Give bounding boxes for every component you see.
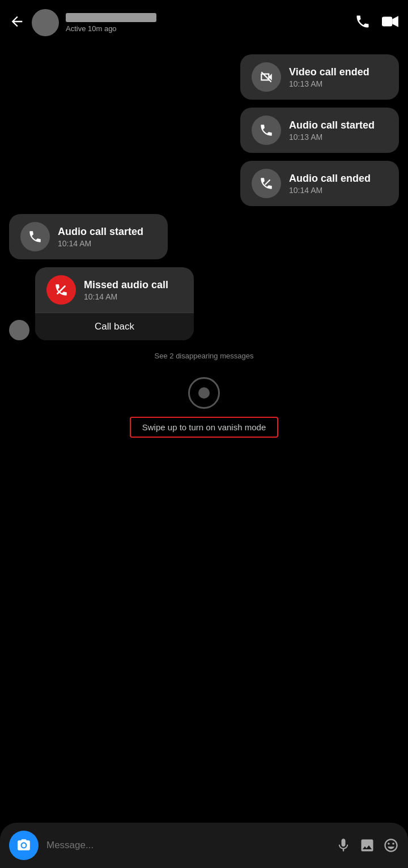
missed-call-top: Missed audio call 10:14 AM bbox=[35, 267, 194, 313]
audio-call-started-received-info: Audio call started 10:14 AM bbox=[58, 226, 143, 248]
call-back-button[interactable]: Call back bbox=[35, 313, 194, 340]
audio-call-started-received-title: Audio call started bbox=[58, 226, 143, 238]
contact-status: Active 10m ago bbox=[66, 24, 355, 33]
disappearing-messages-notice: See 2 disappearing messages bbox=[0, 340, 408, 366]
svg-marker-1 bbox=[392, 16, 398, 27]
audio-call-started-received-time: 10:14 AM bbox=[58, 239, 143, 248]
audio-call-icon-wrap-2 bbox=[20, 222, 50, 251]
video-call-icon-wrap bbox=[252, 62, 281, 92]
vanish-mode-circle bbox=[188, 377, 220, 409]
audio-call-ended-icon-wrap bbox=[252, 169, 281, 198]
message-input-bar bbox=[0, 823, 408, 868]
audio-call-started-time: 10:13 AM bbox=[289, 132, 375, 142]
video-call-ended-time: 10:13 AM bbox=[289, 79, 369, 88]
message-input[interactable] bbox=[46, 840, 328, 851]
sender-avatar bbox=[9, 320, 29, 340]
missed-call-icon-wrap bbox=[46, 275, 76, 305]
header-actions bbox=[355, 14, 399, 32]
missed-call-message: Missed audio call 10:14 AM Call back bbox=[9, 267, 399, 340]
header: Active 10m ago bbox=[0, 0, 408, 45]
audio-call-started-card: Audio call started 10:13 AM bbox=[240, 108, 399, 153]
disappearing-text: See 2 disappearing messages bbox=[155, 352, 254, 360]
header-info: Active 10m ago bbox=[66, 13, 355, 33]
video-call-ended-title: Video call ended bbox=[289, 66, 369, 78]
message-list: Video call ended 10:13 AM Audio call sta… bbox=[0, 45, 408, 340]
camera-button[interactable] bbox=[9, 831, 39, 860]
audio-call-started-received-card: Audio call started 10:14 AM bbox=[9, 214, 168, 259]
contact-name bbox=[66, 13, 156, 22]
audio-call-ended-title: Audio call ended bbox=[289, 173, 371, 185]
video-call-ended-card: Video call ended 10:13 AM bbox=[240, 54, 399, 100]
svg-rect-0 bbox=[382, 16, 392, 26]
audio-call-ended-card: Audio call ended 10:14 AM bbox=[240, 161, 399, 206]
missed-call-info: Missed audio call 10:14 AM bbox=[84, 279, 168, 301]
mic-button[interactable] bbox=[335, 837, 351, 853]
video-call-ended-info: Video call ended 10:13 AM bbox=[289, 66, 369, 88]
missed-call-title: Missed audio call bbox=[84, 279, 168, 291]
vanish-mode-section: Swipe up to turn on vanish mode bbox=[0, 366, 408, 449]
audio-call-started-title: Audio call started bbox=[289, 119, 375, 131]
message-item: Audio call ended 10:14 AM bbox=[9, 161, 399, 206]
audio-call-icon-wrap bbox=[252, 116, 281, 145]
back-button[interactable] bbox=[9, 14, 25, 32]
message-item: Audio call started 10:14 AM bbox=[9, 214, 399, 259]
missed-call-card: Missed audio call 10:14 AM Call back bbox=[35, 267, 194, 340]
missed-call-time: 10:14 AM bbox=[84, 292, 168, 301]
phone-call-button[interactable] bbox=[355, 14, 371, 32]
audio-call-ended-info: Audio call ended 10:14 AM bbox=[289, 173, 371, 195]
message-item: Video call ended 10:13 AM bbox=[9, 54, 399, 100]
contact-avatar bbox=[32, 9, 59, 36]
vanish-mode-text: Swipe up to turn on vanish mode bbox=[130, 417, 278, 438]
message-item: Audio call started 10:13 AM bbox=[9, 108, 399, 153]
audio-call-started-info: Audio call started 10:13 AM bbox=[289, 119, 375, 142]
video-call-button[interactable] bbox=[382, 14, 399, 32]
audio-call-ended-time: 10:14 AM bbox=[289, 186, 371, 195]
sticker-button[interactable] bbox=[383, 837, 399, 853]
gallery-button[interactable] bbox=[359, 837, 375, 853]
